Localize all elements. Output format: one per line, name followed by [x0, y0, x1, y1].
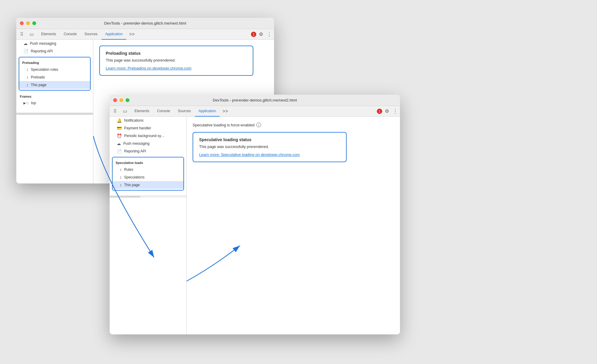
- tab-application-2[interactable]: Application: [195, 106, 220, 117]
- kebab-menu-1[interactable]: ⋮: [266, 30, 273, 38]
- device-toolbar-icon-1[interactable]: ▭: [28, 30, 36, 38]
- window-controls-2: [113, 98, 129, 102]
- preloads-icon-1: ↕: [26, 75, 28, 80]
- reporting-api-icon-2: 📄: [117, 149, 122, 154]
- sidebar-item-reporting-api-1[interactable]: 📄 Reporting API: [16, 47, 93, 55]
- sidebar-item-preloads-1[interactable]: ↕ Preloads: [19, 73, 90, 81]
- frames-section-title-1: Frames: [16, 92, 93, 99]
- close-button-1[interactable]: [20, 21, 24, 25]
- reporting-api-icon-1: 📄: [23, 49, 28, 54]
- top-frame-icon-1: ▶ □: [23, 101, 29, 105]
- tab-console-2[interactable]: Console: [153, 106, 174, 117]
- sidebar-1: ☁ Push messaging 📄 Reporting API Preload…: [16, 40, 93, 183]
- sidebar-item-top-1[interactable]: ▶ □ top: [16, 99, 93, 107]
- push-messaging-icon-1: ☁: [23, 41, 28, 46]
- devtools-window-2: DevTools - prerender-demos.glitch.me/nex…: [110, 95, 400, 334]
- maximize-button-2[interactable]: [126, 98, 129, 102]
- settings-button-1[interactable]: ⚙: [257, 30, 265, 38]
- tab-application-1[interactable]: Application: [102, 29, 126, 40]
- settings-button-2[interactable]: ⚙: [383, 107, 391, 115]
- tab-console-1[interactable]: Console: [60, 29, 80, 40]
- preloading-section-title-1: Preloading: [19, 59, 90, 66]
- error-badge-1: 1: [251, 32, 256, 37]
- tab-error-2: 1: [377, 109, 382, 114]
- speculative-loading-status-text: This page was successfully prerendered.: [199, 144, 340, 149]
- tabs-bar-1: ⠿ ▭ Elements Console Sources Application…: [16, 29, 274, 40]
- window-controls-1: [20, 21, 36, 25]
- sidebar-item-label: Notifications: [124, 118, 143, 123]
- sidebar-item-label: Speculation rules: [31, 67, 58, 72]
- error-badge-2: 1: [377, 109, 382, 114]
- inspector-icon-2[interactable]: ⠿: [111, 107, 119, 115]
- speculative-loads-section-box: Speculative loads ↕ Rules ↕ Speculations…: [112, 157, 184, 191]
- sidebar-scrollbar-2[interactable]: [110, 196, 140, 197]
- speculative-loading-learn-more-link[interactable]: Learn more: Speculative loading on devel…: [199, 152, 300, 157]
- devtools-content-2: 🔔 Notifications 💳 Payment handler ⏰ Peri…: [110, 117, 400, 334]
- close-button-2[interactable]: [113, 98, 117, 102]
- sidebar-item-label: Periodic background sy…: [124, 134, 165, 138]
- tabs-bar-2: ⠿ ▭ Elements Console Sources Application…: [110, 106, 400, 117]
- speculative-loading-status-card: Speculative loading status This page was…: [193, 132, 347, 162]
- device-toolbar-icon-2[interactable]: ▭: [121, 107, 129, 115]
- sidebar-item-label: Push messaging: [123, 141, 150, 146]
- sidebar-item-payment-handler-2[interactable]: 💳 Payment handler: [110, 124, 186, 132]
- minimize-button-2[interactable]: [119, 98, 123, 102]
- preloading-status-card: Preloading status This page was successf…: [99, 46, 253, 76]
- rules-icon-2: ↕: [120, 167, 122, 172]
- periodic-bg-icon-2: ⏰: [117, 133, 122, 138]
- tab-more-1[interactable]: >>: [127, 29, 137, 40]
- titlebar-1: DevTools - prerender-demos.glitch.me/nex…: [16, 18, 274, 29]
- speculation-rules-icon-1: ↕: [26, 67, 28, 72]
- kebab-menu-2[interactable]: ⋮: [392, 107, 399, 115]
- speculative-loads-section-title: Speculative loads: [113, 159, 183, 166]
- preloading-status-title: Preloading status: [106, 51, 247, 56]
- force-enabled-notice: Speculative loading is force-enabled i: [193, 123, 394, 127]
- preloading-status-text: This page was successfully prerendered.: [106, 58, 247, 62]
- speculations-icon-2: ↕: [120, 175, 122, 180]
- sidebar-item-this-page-2[interactable]: ↕ This page: [113, 181, 183, 189]
- sidebar-item-rules-2[interactable]: ↕ Rules: [113, 166, 183, 173]
- payment-handler-icon-2: 💳: [117, 126, 122, 131]
- tab-sources-2[interactable]: Sources: [174, 106, 194, 117]
- sidebar-item-this-page-1[interactable]: ↕ This page: [19, 81, 90, 89]
- preloading-learn-more-link[interactable]: Learn more: Preloading on developer.chro…: [106, 66, 191, 70]
- sidebar-item-label: Push messaging: [30, 41, 56, 46]
- minimize-button-1[interactable]: [26, 21, 30, 25]
- speculative-loading-status-title: Speculative loading status: [199, 137, 340, 142]
- sidebar-item-speculation-rules-1[interactable]: ↕ Speculation rules: [19, 66, 90, 73]
- window-title-1: DevTools - prerender-demos.glitch.me/nex…: [104, 21, 186, 25]
- sidebar-item-label: top: [31, 101, 36, 105]
- push-messaging-icon-2: ☁: [117, 141, 121, 146]
- sidebar-item-reporting-api-2[interactable]: 📄 Reporting API: [110, 147, 186, 155]
- tab-more-2[interactable]: >>: [220, 106, 231, 117]
- sidebar-scrollbar-1[interactable]: [16, 113, 93, 115]
- sidebar-item-label: Payment handler: [124, 126, 151, 130]
- tab-sources-1[interactable]: Sources: [81, 29, 101, 40]
- sidebar-item-push-messaging-1[interactable]: ☁ Push messaging: [16, 40, 93, 47]
- sidebar-item-label: Reporting API: [124, 149, 146, 153]
- sidebar-item-label: Speculations: [124, 175, 145, 179]
- this-page-icon-1: ↕: [26, 83, 28, 87]
- sidebar-item-push-messaging-2[interactable]: ☁ Push messaging: [110, 140, 186, 147]
- maximize-button-1[interactable]: [32, 21, 36, 25]
- sidebar-item-speculations-2[interactable]: ↕ Speculations: [113, 173, 183, 181]
- sidebar-item-label: Preloads: [31, 75, 45, 79]
- inspector-icon-1[interactable]: ⠿: [17, 30, 26, 38]
- tab-elements-2[interactable]: Elements: [131, 106, 153, 117]
- main-panel-2: Speculative loading is force-enabled i S…: [187, 117, 400, 334]
- this-page-icon-2: ↕: [120, 183, 122, 187]
- sidebar-item-notifications-2[interactable]: 🔔 Notifications: [110, 117, 186, 124]
- window-title-2: DevTools - prerender-demos.glitch.me/nex…: [213, 98, 297, 102]
- sidebar-item-label: Rules: [124, 167, 133, 172]
- tab-error-1: 1: [251, 32, 256, 37]
- sidebar-item-label: This page: [124, 183, 140, 187]
- sidebar-item-label: Reporting API: [31, 49, 53, 53]
- sidebar-item-label: This page: [31, 83, 47, 87]
- sidebar-2: 🔔 Notifications 💳 Payment handler ⏰ Peri…: [110, 117, 187, 334]
- titlebar-2: DevTools - prerender-demos.glitch.me/nex…: [110, 95, 400, 106]
- tab-elements-1[interactable]: Elements: [38, 29, 60, 40]
- info-icon[interactable]: i: [256, 123, 261, 127]
- notifications-icon-2: 🔔: [117, 118, 122, 123]
- sidebar-item-periodic-bg-2[interactable]: ⏰ Periodic background sy…: [110, 132, 186, 140]
- preloading-section-box-1: Preloading ↕ Speculation rules ↕ Preload…: [19, 57, 91, 91]
